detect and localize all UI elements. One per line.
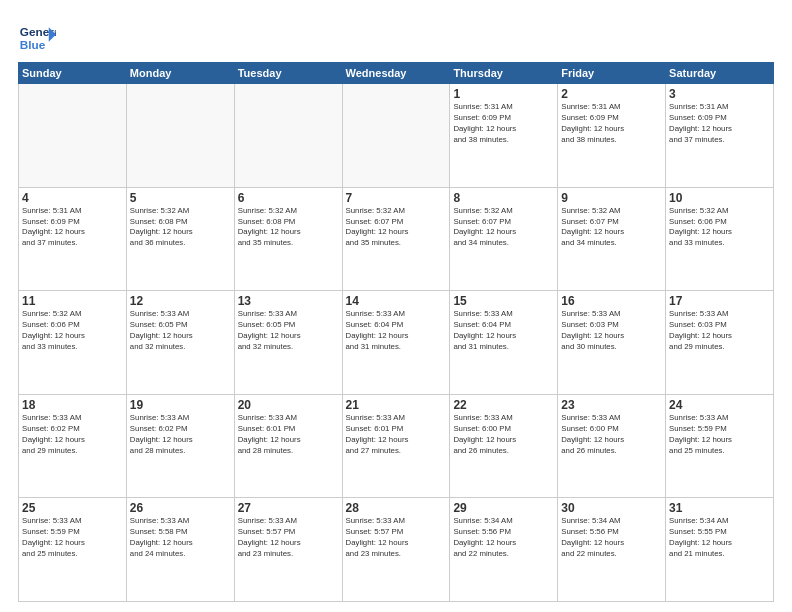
day-info: Sunrise: 5:34 AM Sunset: 5:56 PM Dayligh… — [561, 516, 662, 560]
day-header-monday: Monday — [126, 63, 234, 84]
day-cell: 11Sunrise: 5:32 AM Sunset: 6:06 PM Dayli… — [19, 291, 127, 395]
day-info: Sunrise: 5:33 AM Sunset: 6:01 PM Dayligh… — [238, 413, 339, 457]
day-cell: 12Sunrise: 5:33 AM Sunset: 6:05 PM Dayli… — [126, 291, 234, 395]
day-info: Sunrise: 5:31 AM Sunset: 6:09 PM Dayligh… — [561, 102, 662, 146]
day-info: Sunrise: 5:32 AM Sunset: 6:06 PM Dayligh… — [669, 206, 770, 250]
day-info: Sunrise: 5:33 AM Sunset: 5:58 PM Dayligh… — [130, 516, 231, 560]
day-number: 31 — [669, 501, 770, 515]
day-cell: 23Sunrise: 5:33 AM Sunset: 6:00 PM Dayli… — [558, 394, 666, 498]
day-info: Sunrise: 5:31 AM Sunset: 6:09 PM Dayligh… — [453, 102, 554, 146]
day-cell: 31Sunrise: 5:34 AM Sunset: 5:55 PM Dayli… — [666, 498, 774, 602]
day-cell: 8Sunrise: 5:32 AM Sunset: 6:07 PM Daylig… — [450, 187, 558, 291]
day-cell — [19, 84, 127, 188]
day-header-friday: Friday — [558, 63, 666, 84]
day-header-sunday: Sunday — [19, 63, 127, 84]
day-cell: 7Sunrise: 5:32 AM Sunset: 6:07 PM Daylig… — [342, 187, 450, 291]
day-cell: 13Sunrise: 5:33 AM Sunset: 6:05 PM Dayli… — [234, 291, 342, 395]
day-info: Sunrise: 5:33 AM Sunset: 6:02 PM Dayligh… — [22, 413, 123, 457]
day-number: 4 — [22, 191, 123, 205]
day-cell: 30Sunrise: 5:34 AM Sunset: 5:56 PM Dayli… — [558, 498, 666, 602]
week-row-2: 11Sunrise: 5:32 AM Sunset: 6:06 PM Dayli… — [19, 291, 774, 395]
day-info: Sunrise: 5:34 AM Sunset: 5:55 PM Dayligh… — [669, 516, 770, 560]
day-info: Sunrise: 5:32 AM Sunset: 6:07 PM Dayligh… — [453, 206, 554, 250]
day-info: Sunrise: 5:33 AM Sunset: 6:02 PM Dayligh… — [130, 413, 231, 457]
day-number: 3 — [669, 87, 770, 101]
day-number: 24 — [669, 398, 770, 412]
day-info: Sunrise: 5:33 AM Sunset: 6:04 PM Dayligh… — [453, 309, 554, 353]
day-number: 28 — [346, 501, 447, 515]
calendar-table: SundayMondayTuesdayWednesdayThursdayFrid… — [18, 62, 774, 602]
day-number: 1 — [453, 87, 554, 101]
logo: General Blue — [18, 20, 56, 58]
day-info: Sunrise: 5:33 AM Sunset: 6:00 PM Dayligh… — [561, 413, 662, 457]
calendar-page: General Blue SundayMondayTuesdayWednesda… — [0, 0, 792, 612]
day-cell: 4Sunrise: 5:31 AM Sunset: 6:09 PM Daylig… — [19, 187, 127, 291]
day-info: Sunrise: 5:32 AM Sunset: 6:08 PM Dayligh… — [130, 206, 231, 250]
day-cell: 21Sunrise: 5:33 AM Sunset: 6:01 PM Dayli… — [342, 394, 450, 498]
day-number: 5 — [130, 191, 231, 205]
day-cell: 22Sunrise: 5:33 AM Sunset: 6:00 PM Dayli… — [450, 394, 558, 498]
day-cell: 16Sunrise: 5:33 AM Sunset: 6:03 PM Dayli… — [558, 291, 666, 395]
day-cell: 6Sunrise: 5:32 AM Sunset: 6:08 PM Daylig… — [234, 187, 342, 291]
day-number: 12 — [130, 294, 231, 308]
day-info: Sunrise: 5:33 AM Sunset: 5:59 PM Dayligh… — [669, 413, 770, 457]
header: General Blue — [18, 16, 774, 58]
logo-icon: General Blue — [18, 20, 56, 58]
day-number: 17 — [669, 294, 770, 308]
day-cell — [234, 84, 342, 188]
day-number: 2 — [561, 87, 662, 101]
week-row-1: 4Sunrise: 5:31 AM Sunset: 6:09 PM Daylig… — [19, 187, 774, 291]
week-row-3: 18Sunrise: 5:33 AM Sunset: 6:02 PM Dayli… — [19, 394, 774, 498]
day-header-thursday: Thursday — [450, 63, 558, 84]
day-number: 30 — [561, 501, 662, 515]
day-cell: 28Sunrise: 5:33 AM Sunset: 5:57 PM Dayli… — [342, 498, 450, 602]
day-number: 20 — [238, 398, 339, 412]
day-cell: 9Sunrise: 5:32 AM Sunset: 6:07 PM Daylig… — [558, 187, 666, 291]
day-number: 7 — [346, 191, 447, 205]
day-cell: 17Sunrise: 5:33 AM Sunset: 6:03 PM Dayli… — [666, 291, 774, 395]
day-number: 9 — [561, 191, 662, 205]
week-row-4: 25Sunrise: 5:33 AM Sunset: 5:59 PM Dayli… — [19, 498, 774, 602]
day-info: Sunrise: 5:34 AM Sunset: 5:56 PM Dayligh… — [453, 516, 554, 560]
day-info: Sunrise: 5:33 AM Sunset: 6:04 PM Dayligh… — [346, 309, 447, 353]
header-row: SundayMondayTuesdayWednesdayThursdayFrid… — [19, 63, 774, 84]
day-info: Sunrise: 5:33 AM Sunset: 5:57 PM Dayligh… — [346, 516, 447, 560]
day-cell: 19Sunrise: 5:33 AM Sunset: 6:02 PM Dayli… — [126, 394, 234, 498]
day-number: 21 — [346, 398, 447, 412]
day-cell: 3Sunrise: 5:31 AM Sunset: 6:09 PM Daylig… — [666, 84, 774, 188]
day-info: Sunrise: 5:33 AM Sunset: 6:03 PM Dayligh… — [561, 309, 662, 353]
svg-text:Blue: Blue — [20, 38, 46, 51]
day-number: 18 — [22, 398, 123, 412]
day-number: 14 — [346, 294, 447, 308]
day-cell: 26Sunrise: 5:33 AM Sunset: 5:58 PM Dayli… — [126, 498, 234, 602]
day-number: 29 — [453, 501, 554, 515]
day-info: Sunrise: 5:32 AM Sunset: 6:06 PM Dayligh… — [22, 309, 123, 353]
day-cell — [126, 84, 234, 188]
day-number: 27 — [238, 501, 339, 515]
day-cell: 20Sunrise: 5:33 AM Sunset: 6:01 PM Dayli… — [234, 394, 342, 498]
day-number: 25 — [22, 501, 123, 515]
day-cell: 15Sunrise: 5:33 AM Sunset: 6:04 PM Dayli… — [450, 291, 558, 395]
day-info: Sunrise: 5:31 AM Sunset: 6:09 PM Dayligh… — [22, 206, 123, 250]
day-number: 10 — [669, 191, 770, 205]
day-cell — [342, 84, 450, 188]
day-number: 22 — [453, 398, 554, 412]
day-info: Sunrise: 5:33 AM Sunset: 5:59 PM Dayligh… — [22, 516, 123, 560]
day-cell: 10Sunrise: 5:32 AM Sunset: 6:06 PM Dayli… — [666, 187, 774, 291]
day-info: Sunrise: 5:31 AM Sunset: 6:09 PM Dayligh… — [669, 102, 770, 146]
day-cell: 14Sunrise: 5:33 AM Sunset: 6:04 PM Dayli… — [342, 291, 450, 395]
day-number: 16 — [561, 294, 662, 308]
day-number: 15 — [453, 294, 554, 308]
day-cell: 18Sunrise: 5:33 AM Sunset: 6:02 PM Dayli… — [19, 394, 127, 498]
day-header-saturday: Saturday — [666, 63, 774, 84]
day-info: Sunrise: 5:32 AM Sunset: 6:07 PM Dayligh… — [346, 206, 447, 250]
day-number: 19 — [130, 398, 231, 412]
day-info: Sunrise: 5:32 AM Sunset: 6:07 PM Dayligh… — [561, 206, 662, 250]
day-header-wednesday: Wednesday — [342, 63, 450, 84]
day-number: 13 — [238, 294, 339, 308]
day-number: 6 — [238, 191, 339, 205]
day-info: Sunrise: 5:33 AM Sunset: 5:57 PM Dayligh… — [238, 516, 339, 560]
week-row-0: 1Sunrise: 5:31 AM Sunset: 6:09 PM Daylig… — [19, 84, 774, 188]
day-info: Sunrise: 5:33 AM Sunset: 6:01 PM Dayligh… — [346, 413, 447, 457]
day-number: 26 — [130, 501, 231, 515]
